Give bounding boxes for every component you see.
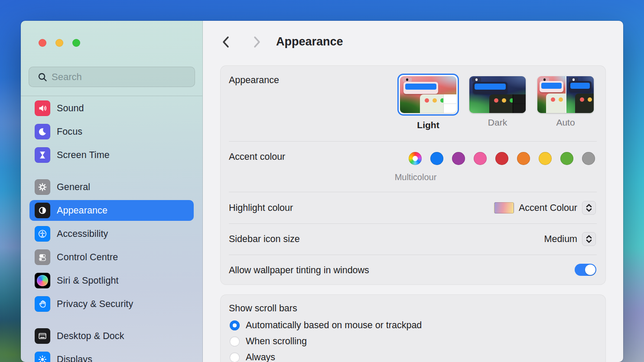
radio-option-label: When scrolling: [246, 336, 307, 347]
window-controls: [39, 39, 80, 47]
sidebar-item-focus[interactable]: Focus: [29, 121, 194, 142]
wallpaper-tinting-toggle[interactable]: [575, 264, 596, 276]
light-theme-thumbnail: [400, 76, 456, 113]
sidebar-item-control-centre[interactable]: Control Centre: [29, 247, 194, 268]
sidebar-item-label: Accessibility: [57, 229, 108, 239]
icon-size-row-label: Sidebar icon size: [229, 234, 300, 245]
icon-size-value: Medium: [544, 234, 577, 245]
sidebar-item-label: General: [57, 182, 90, 193]
auto-theme-thumbnail: [537, 76, 594, 113]
radio-option-when-scrolling[interactable]: When scrolling: [230, 336, 307, 346]
selected-accent-label: Multicolour: [385, 172, 446, 182]
page-title: Appearance: [276, 35, 343, 48]
theme-label-light: Light: [397, 120, 459, 130]
accent-row-label: Accent colour: [229, 152, 285, 162]
row-divider: [229, 141, 597, 142]
accent-colour-red[interactable]: [495, 152, 508, 165]
chevron-up-down-icon: [582, 232, 596, 246]
radio-option-label: Always: [246, 352, 275, 362]
hand-icon: [35, 296, 50, 312]
radio-option-label: Automatically based on mouse or trackpad: [246, 320, 422, 331]
accent-colour-orange[interactable]: [517, 152, 530, 165]
sidebar-item-label: Sound: [57, 103, 84, 114]
accent-colour-graphite[interactable]: [582, 152, 595, 165]
accent-colour-blue[interactable]: [430, 152, 443, 165]
radio-selected-icon: [230, 320, 240, 330]
sidebar-item-screen-time[interactable]: Screen Time: [29, 145, 194, 165]
search-field[interactable]: [29, 67, 195, 87]
search-icon: [38, 72, 47, 82]
accent-colour-purple[interactable]: [452, 152, 465, 165]
hourglass-icon: [35, 147, 50, 163]
appearance-icon: [35, 203, 50, 218]
sidebar-item-label: Screen Time: [57, 150, 110, 161]
sidebar-item-appearance[interactable]: Appearance: [29, 200, 194, 221]
theme-option-dark[interactable]: Dark: [469, 76, 526, 128]
system-settings-window: Sound Focus Screen Time General: [21, 21, 623, 362]
sidebar-item-label: Displays: [57, 354, 92, 362]
sidebar-icon-size-select[interactable]: Medium: [544, 232, 596, 246]
apple-logo-icon: [472, 78, 481, 82]
forward-button[interactable]: [250, 36, 263, 48]
highlight-colour-select[interactable]: Accent Colour: [494, 201, 596, 215]
back-button[interactable]: [219, 36, 232, 48]
brightness-icon: [35, 352, 50, 362]
scroll-bars-card: Show scroll bars Automatically based on …: [220, 294, 606, 362]
accent-colour-multicolour[interactable]: [409, 152, 422, 165]
tinting-row-label: Allow wallpaper tinting in windows: [229, 265, 369, 276]
search-input[interactable]: [52, 71, 189, 83]
appearance-settings-card: Appearance Light Dark: [220, 65, 606, 285]
sidebar-item-label: Desktop & Dock: [57, 331, 124, 342]
sidebar-item-general[interactable]: General: [29, 177, 194, 197]
apple-logo-icon: [403, 78, 412, 82]
radio-unselected-icon: [230, 352, 240, 362]
sidebar-item-displays[interactable]: Displays: [29, 349, 194, 362]
accessibility-icon: [35, 226, 50, 242]
accent-colour-yellow[interactable]: [539, 152, 552, 165]
accent-colour-green[interactable]: [560, 152, 573, 165]
row-divider: [229, 223, 597, 224]
zoom-window-button[interactable]: [72, 39, 80, 47]
settings-sidebar: Sound Focus Screen Time General: [21, 21, 203, 362]
chevron-right-icon: [253, 36, 261, 48]
radio-option-always[interactable]: Always: [230, 352, 275, 362]
appearance-row-label: Appearance: [229, 75, 279, 86]
sidebar-nav: Sound Focus Screen Time General: [21, 98, 202, 362]
appearance-pane: Appearance Appearance Light: [203, 21, 623, 362]
sidebar-item-label: Siri & Spotlight: [57, 275, 119, 286]
sidebar-item-privacy-security[interactable]: Privacy & Security: [29, 294, 194, 314]
speaker-icon: [35, 100, 50, 116]
accent-colour-picker: [409, 152, 595, 165]
sidebar-item-label: Focus: [57, 126, 82, 137]
moon-icon: [35, 124, 50, 139]
theme-label-auto: Auto: [537, 117, 594, 128]
radio-unselected-icon: [230, 336, 240, 346]
sidebar-item-siri-spotlight[interactable]: Siri & Spotlight: [29, 270, 194, 291]
theme-option-auto[interactable]: Auto: [537, 76, 594, 128]
highlight-row-label: Highlight colour: [229, 203, 293, 213]
dock-icon: [35, 328, 50, 344]
sidebar-item-sound[interactable]: Sound: [29, 98, 194, 119]
close-window-button[interactable]: [39, 39, 46, 47]
sidebar-item-desktop-dock[interactable]: Desktop & Dock: [29, 326, 194, 346]
minimize-window-button[interactable]: [55, 39, 63, 47]
accent-colour-pink[interactable]: [474, 152, 487, 165]
selected-theme-ring: [397, 74, 459, 116]
sidebar-item-label: Privacy & Security: [57, 299, 133, 310]
sidebar-item-accessibility[interactable]: Accessibility: [29, 223, 194, 244]
gear-icon: [35, 179, 50, 195]
highlight-colour-swatch: [494, 202, 514, 213]
row-divider: [229, 255, 597, 255]
sidebar-divider: [21, 96, 202, 96]
sidebar-item-label: Control Centre: [57, 252, 118, 263]
toggles-icon: [35, 249, 50, 265]
theme-label-dark: Dark: [469, 117, 526, 128]
chevron-left-icon: [221, 36, 230, 48]
chevron-up-down-icon: [582, 201, 596, 215]
dark-theme-thumbnail: [469, 76, 526, 113]
row-divider: [229, 192, 597, 192]
theme-option-light[interactable]: Light: [397, 74, 459, 130]
siri-icon: [35, 273, 50, 288]
radio-option-automatic[interactable]: Automatically based on mouse or trackpad: [230, 320, 422, 330]
scroll-bars-label: Show scroll bars: [229, 303, 297, 314]
